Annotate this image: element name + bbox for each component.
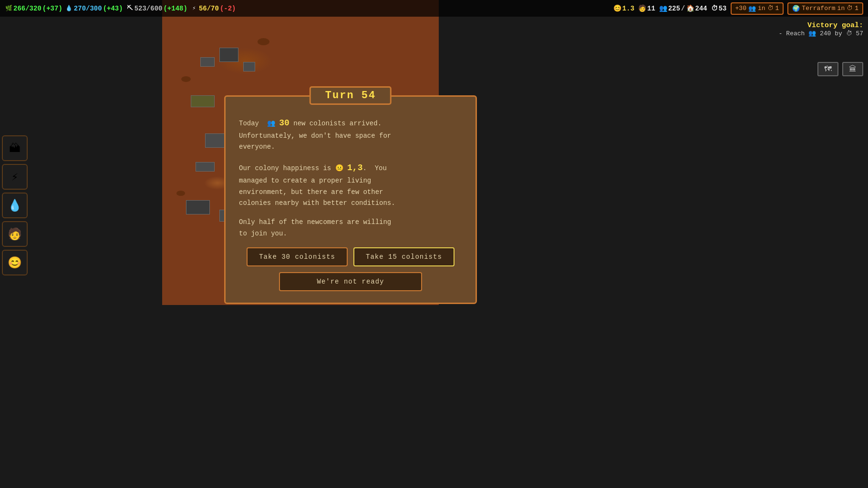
energy-stat: ⚡ 56/70 (-2) — [190, 5, 236, 12]
food-bonus: (+37) — [42, 5, 62, 12]
capacity-value: 244 — [695, 5, 707, 12]
turn-dialog-body: Today 👥 30 new colonists arrived. Unfort… — [226, 97, 475, 303]
dialog-paragraph-1: Today 👥 30 new colonists arrived. Unfort… — [239, 116, 462, 153]
happiness-sidebar-icon: 😊 — [8, 256, 22, 270]
dialog-paragraph-2: Our colony happiness is 😐 1,3. You manag… — [239, 161, 462, 209]
sidebar-happiness-button[interactable]: 😊 — [2, 250, 28, 275]
happiness-icon-top: 😊 — [613, 4, 621, 12]
colonist-icon: 🧑 — [8, 227, 22, 241]
terraform-icon: 🌍 — [792, 5, 800, 12]
happiness-dialog-value: 1,3 — [347, 163, 362, 173]
dialog-paragraph-3: Only half of the newcomers are willing t… — [239, 217, 462, 240]
capacity-sep: / — [681, 5, 685, 12]
dialog-buttons: Take 30 colonists Take 15 colonists We'r… — [239, 247, 462, 291]
turn-value: 53 — [719, 5, 727, 12]
building-view-button[interactable]: 🏛 — [842, 62, 863, 76]
top-bar: 🌿 266/320 (+37) 💧 270/300 (+43) ⛏ 523/60… — [0, 0, 868, 17]
single-colonist-icon: 🧑 — [638, 4, 646, 12]
minerals-icon: ⛏ — [126, 5, 134, 12]
arrival-clock-icon: ⏱ — [767, 5, 774, 12]
turn-dialog: Turn 54 Today 👥 30 new colonists arrived… — [224, 95, 477, 304]
sidebar-terrain-button[interactable]: 🏔 — [2, 135, 28, 161]
left-sidebar: 🏔 ⚡ 💧 🧑 😊 — [0, 133, 30, 277]
food-stat: 🌿 266/320 (+37) — [5, 5, 62, 12]
victory-panel: Victory goal: - Reach 👥 240 by ⏱ 57 — [779, 21, 863, 37]
water-stat-icon: 💧 — [65, 5, 73, 12]
turn-title-text: Turn 54 — [325, 90, 376, 102]
colonist-arrival-badge[interactable]: +30 👥 in ⏱ 1 — [731, 2, 784, 15]
terraform-in-text: in — [837, 5, 845, 12]
population-value: 225 — [668, 5, 680, 12]
food-icon: 🌿 — [5, 5, 12, 12]
arrival-in-text: in — [758, 5, 765, 12]
water-bonus: (+43) — [103, 5, 123, 12]
happiness-value: 1.3 — [622, 5, 634, 12]
terrain-icon: 🏔 — [9, 142, 21, 155]
map-view-icon: 🗺 — [824, 65, 832, 74]
food-value: 266/320 — [13, 5, 41, 12]
water-value: 270/300 — [74, 5, 102, 12]
victory-goal: - Reach 👥 240 by ⏱ 57 — [779, 30, 863, 37]
arrival-turns: 1 — [775, 5, 779, 12]
energy-bonus: (-2) — [220, 5, 236, 12]
water-stat: 💧 270/300 (+43) — [65, 5, 123, 12]
arrival-plus-label: +30 — [735, 5, 746, 12]
take-15-button[interactable]: Take 15 colonists — [353, 247, 455, 266]
top-bar-right: 😊 1.3 🧑 11 👥 225 / 🏠 244 ⏱ 53 +30 👥 in ⏱… — [613, 0, 863, 17]
capacity-icon: 🏠 — [686, 4, 694, 12]
colonist-count: 30 — [279, 118, 289, 128]
terraform-label: Terraform — [802, 5, 835, 12]
minerals-bonus: (+148) — [163, 5, 187, 12]
energy-icon: ⚡ — [190, 5, 198, 12]
terraform-clock-icon: ⏱ — [847, 5, 853, 12]
victory-title: Victory goal: — [779, 21, 863, 30]
take-30-button[interactable]: Take 30 colonists — [247, 247, 348, 266]
turn-title-bar: Turn 54 — [310, 86, 392, 105]
energy-value: 56/70 — [199, 5, 219, 12]
arrival-colonist-icon: 👥 — [748, 5, 756, 12]
power-icon: ⚡ — [11, 170, 18, 184]
single-colonist-value: 11 — [647, 5, 655, 12]
sidebar-power-button[interactable]: ⚡ — [2, 164, 28, 190]
water-icon: 💧 — [8, 199, 22, 213]
population-icon: 👥 — [659, 4, 667, 12]
map-view-button[interactable]: 🗺 — [817, 62, 838, 76]
turn-icon: ⏱ — [711, 5, 718, 12]
sidebar-colonist-button[interactable]: 🧑 — [2, 221, 28, 247]
building-view-icon: 🏛 — [849, 65, 857, 74]
toolbar-icons: 🗺 🏛 — [817, 62, 863, 76]
population-stat: 👥 225 / 🏠 244 — [659, 4, 707, 12]
turn-stat: ⏱ 53 — [711, 5, 727, 12]
terraform-turns: 1 — [855, 5, 858, 12]
minerals-stat: ⛏ 523/600 (+148) — [126, 5, 187, 12]
terraform-badge[interactable]: 🌍 Terraform in ⏱ 1 — [787, 2, 863, 15]
single-colonist-stat: 🧑 11 — [638, 4, 655, 12]
sidebar-water-button[interactable]: 💧 — [2, 193, 28, 218]
not-ready-button[interactable]: We're not ready — [279, 272, 422, 291]
happiness-stat: 😊 1.3 — [613, 4, 634, 12]
minerals-value: 523/600 — [134, 5, 163, 12]
